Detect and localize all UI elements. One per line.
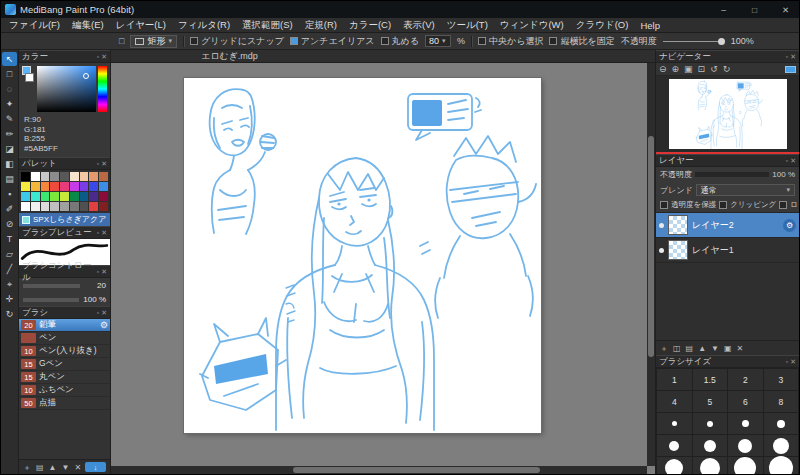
palette-swatch[interactable] (89, 172, 98, 181)
palette-swatch[interactable] (41, 202, 50, 211)
brush-size-preset[interactable] (657, 435, 692, 456)
zoom-fit-icon[interactable]: ▣ (684, 64, 693, 74)
canvas[interactable] (184, 78, 541, 433)
lock-checkbox[interactable]: ロック (779, 200, 799, 210)
pen-tool-icon[interactable]: ✎ (2, 112, 17, 126)
aspect-lock-checkbox[interactable]: 縦横比を固定 (549, 35, 614, 48)
panel-menu-icon[interactable]: ▫ (97, 229, 99, 236)
palette-swatch[interactable] (89, 182, 98, 191)
antialias-checkbox[interactable]: アンチエイリアス (290, 35, 375, 48)
brush-size-preset[interactable] (764, 413, 799, 434)
scrollbar-thumb[interactable] (293, 467, 540, 473)
palette-swatch[interactable] (21, 202, 30, 211)
brush-size-preset[interactable]: 1 (657, 369, 692, 390)
text-tool-icon[interactable]: T (2, 232, 17, 246)
snap-grid-checkbox[interactable]: グリッドにスナップ (190, 35, 284, 48)
menu-item[interactable]: クラウド(O) (570, 19, 635, 32)
brush-folder-icon[interactable]: ▤ (36, 463, 44, 472)
palette-swatch[interactable] (70, 192, 79, 201)
panel-close-icon[interactable]: ✕ (790, 53, 796, 61)
brush-size-preset[interactable]: 8 (764, 391, 799, 412)
layer-down-icon[interactable]: ▼ (711, 344, 719, 353)
panel-menu-icon[interactable]: ▫ (97, 53, 99, 60)
center-select-checkbox[interactable]: 中央から選択 (478, 35, 543, 48)
menu-item[interactable]: 表示(V) (397, 19, 441, 32)
eyedropper-tool-icon[interactable]: ⌖ (2, 277, 17, 291)
selection-mode-icon[interactable]: □ (119, 36, 124, 46)
zoom-actual-icon[interactable]: ⊡ (698, 64, 706, 74)
add-brush-icon[interactable]: ＋ (23, 462, 31, 473)
palette-swatch[interactable] (41, 172, 50, 181)
brush-item[interactable]: 10ペン(入り抜き) (19, 345, 110, 358)
layer-visible-icon[interactable] (659, 223, 664, 228)
brush-size-preset[interactable] (657, 413, 692, 434)
delete-layer-icon[interactable]: ✕ (737, 344, 744, 353)
brush-size-preset[interactable] (728, 435, 763, 456)
palette-swatch[interactable] (60, 202, 69, 211)
brush-item[interactable]: 50点描 (19, 397, 110, 410)
palette-swatch[interactable] (99, 182, 108, 191)
palette-swatch[interactable] (60, 172, 69, 181)
palette-swatch[interactable] (31, 172, 40, 181)
saturation-value-picker[interactable] (37, 66, 96, 112)
palette-swatch[interactable] (60, 182, 69, 191)
background-color[interactable] (25, 73, 34, 82)
palette-swatch[interactable] (99, 202, 108, 211)
select-tool-icon[interactable]: □ (2, 67, 17, 81)
layer-item[interactable]: レイヤー2⚙ (656, 213, 799, 238)
cloud-brush-button[interactable]: ↓ (85, 462, 106, 472)
rotate-view-tool-icon[interactable]: ↻ (2, 307, 17, 321)
brush-size-preset[interactable]: 5 (693, 391, 728, 412)
brush-size-preset[interactable] (693, 435, 728, 456)
hand-tool-icon[interactable]: ✛ (2, 292, 17, 306)
gradient-tool-icon[interactable]: ▤ (2, 172, 17, 186)
blend-mode-dropdown[interactable]: 通常 ▾ (696, 184, 795, 196)
shape-select-dropdown[interactable]: 矩形 ▾ (130, 35, 177, 48)
palette-swatch[interactable] (21, 182, 30, 191)
minimize-button[interactable]: – (710, 1, 737, 18)
layer-settings-icon[interactable]: ⚙ (783, 219, 796, 232)
horizontal-scrollbar[interactable] (111, 466, 647, 474)
pencil-tool-icon[interactable]: ✏ (2, 127, 17, 141)
dot-tool-icon[interactable]: ▪ (2, 187, 17, 201)
palette-swatch[interactable] (99, 172, 108, 181)
palette-swatch[interactable] (89, 202, 98, 211)
delete-brush-icon[interactable]: ✕ (74, 463, 81, 472)
panel-close-icon[interactable]: ✕ (101, 268, 107, 276)
clipping-checkbox[interactable]: クリッピング (719, 200, 776, 210)
layer-visible-icon[interactable] (659, 248, 664, 253)
brush-size-preset[interactable]: 4 (657, 391, 692, 412)
brush-down-icon[interactable]: ▼ (61, 463, 69, 472)
panel-close-icon[interactable]: ✕ (790, 157, 796, 165)
palette-swatch[interactable] (80, 192, 89, 201)
brush-size-preset[interactable] (764, 435, 799, 456)
palette-swatch[interactable] (50, 172, 59, 181)
layer-up-icon[interactable]: ▲ (698, 344, 706, 353)
palette-swatch[interactable] (60, 192, 69, 201)
palette-swatch[interactable] (80, 172, 89, 181)
panel-close-icon[interactable]: ✕ (101, 160, 107, 168)
panel-menu-icon[interactable]: ▫ (97, 160, 99, 167)
menu-item[interactable]: 定規(R) (299, 19, 343, 32)
divide-tool-icon[interactable]: ╱ (2, 262, 17, 276)
magic-wand-tool-icon[interactable]: ✦ (2, 97, 17, 111)
palette-swatch[interactable] (31, 202, 40, 211)
palette-swatch[interactable] (50, 192, 59, 201)
lasso-tool-icon[interactable]: ◌ (2, 82, 17, 96)
panel-close-icon[interactable]: ✕ (101, 309, 107, 317)
palette-swatch[interactable] (70, 182, 79, 191)
palette-swatch[interactable] (31, 192, 40, 201)
protect-alpha-checkbox[interactable]: 透明度を保護 (660, 200, 716, 210)
palette-swatch[interactable] (41, 182, 50, 191)
layer-opacity-slider[interactable] (695, 172, 769, 177)
brush-opacity-slider[interactable] (23, 298, 79, 302)
panel-menu-icon[interactable]: ▫ (786, 157, 788, 164)
menu-item[interactable]: フィルタ(R) (172, 19, 236, 32)
brush-size-preset[interactable]: 1.5 (693, 369, 728, 390)
select-pen-tool-icon[interactable]: ✐ (2, 202, 17, 216)
menu-item[interactable]: 選択範囲(S) (236, 19, 299, 32)
brush-size-preset[interactable] (693, 457, 728, 474)
palette-swatch[interactable] (89, 192, 98, 201)
zoom-in-icon[interactable]: ⊕ (672, 64, 680, 74)
merge-layer-icon[interactable]: ▣ (724, 344, 732, 353)
